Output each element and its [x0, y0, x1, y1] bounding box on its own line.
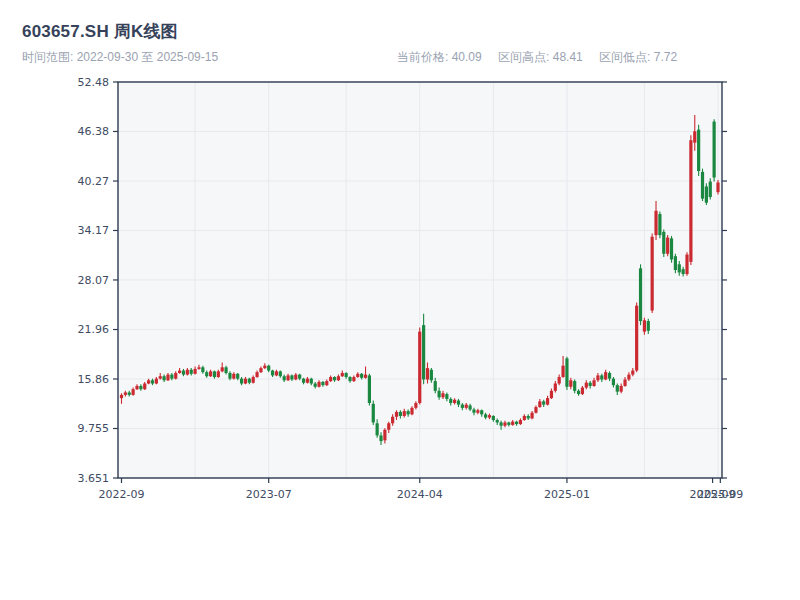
candle-body: [166, 375, 169, 381]
candle-body: [713, 122, 716, 178]
candle-body: [499, 422, 502, 425]
svg-text:28.07: 28.07: [78, 274, 110, 287]
candle-body: [329, 377, 332, 381]
candle-body: [178, 371, 181, 373]
candle-body: [697, 130, 700, 171]
svg-text:40.27: 40.27: [78, 175, 110, 188]
candle-body: [592, 380, 595, 386]
candle-body: [267, 366, 270, 371]
svg-text:15.86: 15.86: [78, 373, 110, 386]
candle-body: [163, 376, 166, 380]
candle-body: [248, 379, 251, 383]
candle-body: [383, 430, 386, 441]
candle-body: [550, 391, 553, 398]
candle-body: [333, 377, 336, 380]
candle-body: [530, 413, 533, 419]
candle-body: [290, 375, 293, 379]
candle-body: [604, 372, 607, 379]
candle-body: [201, 367, 204, 372]
candle-body: [523, 416, 526, 420]
candle-body: [259, 368, 262, 372]
candle-body: [170, 375, 173, 379]
candle-body: [507, 422, 510, 424]
candle-body: [321, 382, 324, 385]
candle-body: [608, 373, 611, 379]
candle-body: [209, 371, 212, 376]
candle-body: [558, 377, 561, 383]
candle-body: [612, 379, 615, 385]
svg-text:46.38: 46.38: [78, 125, 110, 138]
candle-body: [410, 408, 413, 414]
candle-body: [228, 373, 231, 379]
candle-body: [399, 412, 402, 416]
candle-body: [403, 411, 406, 416]
candle-body: [348, 377, 351, 381]
candle-body: [658, 214, 661, 235]
candle-body: [128, 392, 131, 394]
candle-body: [174, 373, 177, 379]
candle-body: [554, 384, 557, 391]
candle-body: [484, 414, 487, 417]
x-axis-labels: 2022-092023-072024-042025-012025-092025-…: [99, 488, 744, 501]
candle-body: [647, 321, 650, 331]
candle-body: [395, 412, 398, 417]
candle-body: [345, 373, 348, 377]
candle-body: [379, 435, 382, 441]
svg-text:2025-09: 2025-09: [697, 488, 743, 501]
candle-body: [472, 409, 475, 412]
candle-body: [155, 379, 158, 384]
svg-text:2024-04: 2024-04: [397, 488, 443, 501]
candle-body: [565, 358, 568, 386]
candle-body: [666, 238, 669, 254]
candle-body: [298, 375, 301, 379]
candle-body: [286, 375, 289, 380]
candle-body: [193, 369, 196, 374]
candle-body: [546, 398, 549, 404]
candle-body: [620, 386, 623, 392]
candle-body: [635, 306, 638, 371]
candle-body: [503, 422, 506, 425]
candle-body: [139, 386, 142, 389]
candle-body: [314, 384, 317, 387]
candle-body: [651, 237, 654, 311]
candle-body: [252, 377, 255, 383]
candle-body: [224, 367, 227, 373]
y-axis-labels: 52.4846.3840.2734.1728.0721.9615.869.755…: [78, 76, 110, 485]
candle-body: [430, 370, 433, 381]
candle-body: [426, 368, 429, 379]
candle-body: [519, 420, 522, 424]
candle-body: [422, 325, 425, 379]
candle-body: [685, 255, 688, 274]
candle-body: [465, 405, 468, 408]
candle-body: [627, 375, 630, 380]
candle-body: [662, 232, 665, 254]
candle-body: [143, 384, 146, 390]
candle-body: [263, 366, 266, 368]
candle-body: [352, 377, 355, 381]
candle-body: [434, 381, 437, 391]
candle-body: [693, 131, 696, 142]
candle-body: [682, 269, 685, 274]
candle-body: [542, 401, 545, 404]
candle-body: [527, 416, 530, 418]
candle-body: [678, 264, 681, 272]
candle-body: [643, 320, 646, 331]
candle-body: [573, 381, 576, 391]
candle-body: [182, 371, 185, 375]
candle-body: [147, 380, 150, 383]
svg-text:3.651: 3.651: [78, 472, 110, 485]
candle-body: [445, 394, 448, 399]
candle-body: [364, 375, 367, 378]
candle-body: [596, 375, 599, 380]
candle-body: [461, 405, 464, 408]
candle-body: [589, 383, 592, 386]
candle-body: [325, 381, 328, 385]
candle-body: [488, 415, 491, 417]
candle-body: [492, 416, 495, 420]
candle-body: [441, 393, 444, 397]
candle-body: [631, 371, 634, 375]
candle-body: [538, 401, 541, 407]
candle-body: [674, 256, 677, 270]
candle-body: [600, 375, 603, 379]
candle-body: [255, 372, 258, 377]
